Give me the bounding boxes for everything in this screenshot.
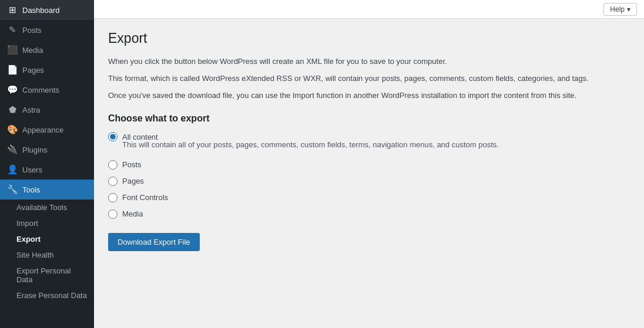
sidebar-nav: ⊞Dashboard✎Posts⬛Media📄Pages💬Comments⬟As… <box>0 0 94 303</box>
download-export-button[interactable]: Download Export File <box>108 233 200 251</box>
radio-item-font-controls: Font Controls <box>108 193 609 202</box>
radio-item-all: All contentThis will contain all of your… <box>108 132 609 153</box>
users-icon: 👤 <box>7 164 18 175</box>
sub-item-site-health[interactable]: Site Health <box>0 247 94 263</box>
dashboard-icon: ⊞ <box>7 5 18 15</box>
sidebar: ⊞Dashboard✎Posts⬛Media📄Pages💬Comments⬟As… <box>0 0 94 328</box>
topbar: Help ▾ <box>94 0 644 19</box>
page-title: Export <box>108 31 609 46</box>
sidebar-item-pages[interactable]: 📄Pages <box>0 60 94 80</box>
radio-input-posts[interactable] <box>108 160 118 170</box>
sidebar-label-comments: Comments <box>22 86 59 94</box>
radio-label-pages[interactable]: Pages <box>108 177 609 186</box>
desc-2: This format, which is called WordPress e… <box>108 73 609 85</box>
export-options: All contentThis will contain all of your… <box>108 132 609 219</box>
sidebar-label-media: Media <box>22 46 43 55</box>
sidebar-label-appearance: Appearance <box>22 126 63 134</box>
sub-item-export[interactable]: Export <box>0 231 94 247</box>
radio-item-media: Media <box>108 209 609 219</box>
sub-item-import[interactable]: Import <box>0 215 94 231</box>
chevron-down-icon: ▾ <box>627 5 630 13</box>
radio-input-all[interactable] <box>108 132 118 141</box>
sidebar-label-pages: Pages <box>22 66 44 75</box>
plugins-icon: 🔌 <box>7 144 18 155</box>
sidebar-item-posts[interactable]: ✎Posts <box>0 20 94 40</box>
pages-icon: 📄 <box>7 65 18 75</box>
sidebar-item-users[interactable]: 👤Users <box>0 160 94 180</box>
sidebar-item-astra[interactable]: ⬟Astra <box>0 100 94 120</box>
radio-item-pages: Pages <box>108 177 609 186</box>
sidebar-label-posts: Posts <box>22 26 42 35</box>
sidebar-item-comments[interactable]: 💬Comments <box>0 80 94 100</box>
media-icon: ⬛ <box>7 45 18 55</box>
radio-text-font-controls: Font Controls <box>122 193 168 202</box>
section-title: Choose what to export <box>108 113 609 124</box>
sidebar-item-dashboard[interactable]: ⊞Dashboard <box>0 0 94 20</box>
astra-icon: ⬟ <box>7 104 18 115</box>
sidebar-item-appearance[interactable]: 🎨Appearance <box>0 120 94 140</box>
radio-text-posts: Posts <box>122 160 142 169</box>
sidebar-label-plugins: Plugins <box>22 146 48 154</box>
sidebar-label-tools: Tools <box>22 185 40 194</box>
sub-item-erase-personal-data[interactable]: Erase Personal Data <box>0 288 94 303</box>
desc-1: When you click the button below WordPres… <box>108 56 609 68</box>
help-button[interactable]: Help ▾ <box>603 3 637 16</box>
radio-text-pages: Pages <box>122 177 144 185</box>
sidebar-item-plugins[interactable]: 🔌Plugins <box>0 140 94 160</box>
radio-input-font-controls[interactable] <box>108 193 118 202</box>
radio-desc-all: This will contain all of your posts, pag… <box>122 139 609 151</box>
radio-text-media: Media <box>122 209 143 218</box>
sidebar-label-dashboard: Dashboard <box>22 6 60 15</box>
radio-input-media[interactable] <box>108 209 118 219</box>
appearance-icon: 🎨 <box>7 124 18 135</box>
posts-icon: ✎ <box>7 25 18 35</box>
sub-item-export-personal-data[interactable]: Export Personal Data <box>0 263 94 288</box>
radio-input-pages[interactable] <box>108 177 118 186</box>
radio-label-posts[interactable]: Posts <box>108 160 609 170</box>
sub-item-available-tools[interactable]: Available Tools <box>0 199 94 215</box>
radio-item-posts: Posts <box>108 160 609 170</box>
radio-label-font-controls[interactable]: Font Controls <box>108 193 609 202</box>
export-content: Export When you click the button below W… <box>94 19 623 263</box>
sidebar-item-tools[interactable]: 🔧Tools <box>0 180 94 199</box>
sidebar-label-users: Users <box>22 165 42 174</box>
main-content: Help ▾ Export When you click the button … <box>94 0 644 328</box>
tools-submenu: Available ToolsImportExportSite HealthEx… <box>0 199 94 303</box>
radio-label-media[interactable]: Media <box>108 209 609 219</box>
desc-3: Once you've saved the download file, you… <box>108 90 609 102</box>
sidebar-label-astra: Astra <box>22 106 40 114</box>
sidebar-item-media[interactable]: ⬛Media <box>0 40 94 60</box>
tools-icon: 🔧 <box>7 184 18 195</box>
help-label: Help <box>610 5 625 13</box>
comments-icon: 💬 <box>7 84 18 95</box>
